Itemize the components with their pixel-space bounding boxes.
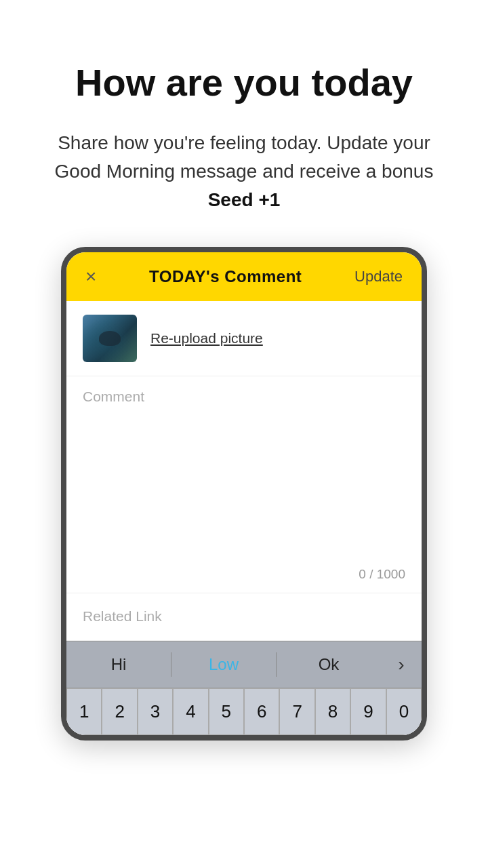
phone-mockup: × TODAY's Comment Update Re-upload pictu…: [61, 247, 427, 741]
keyboard-toolbar-low[interactable]: Low: [171, 643, 276, 686]
key-6[interactable]: 6: [244, 688, 279, 735]
key-9[interactable]: 9: [350, 688, 386, 735]
keyboard-toolbar-ok[interactable]: Ok: [277, 643, 381, 686]
comment-placeholder: Comment: [83, 389, 405, 405]
page-subtitle: Share how you're feeling today. Update y…: [0, 129, 488, 214]
key-3[interactable]: 3: [138, 688, 173, 735]
key-5[interactable]: 5: [209, 688, 244, 735]
comment-area[interactable]: Comment 0 / 1000: [66, 376, 422, 593]
key-7[interactable]: 7: [279, 688, 314, 735]
page-title: How are you today: [55, 61, 433, 104]
close-button[interactable]: ×: [85, 267, 96, 286]
key-8[interactable]: 8: [315, 688, 350, 735]
keyboard-toolbar-arrow[interactable]: ›: [381, 642, 422, 688]
keyboard-number-row: 1 2 3 4 5 6 7 8 9 0: [66, 688, 422, 735]
subtitle-bold: Seed +1: [208, 189, 281, 210]
related-link-row[interactable]: Related Link: [66, 593, 422, 641]
image-thumbnail[interactable]: [83, 315, 137, 362]
update-button[interactable]: Update: [354, 268, 403, 285]
image-upload-row: Re-upload picture: [66, 301, 422, 376]
modal-title: TODAY's Comment: [149, 267, 302, 286]
key-0[interactable]: 0: [386, 688, 422, 735]
keyboard-toolbar-hi[interactable]: Hi: [66, 643, 171, 686]
comment-counter: 0 / 1000: [359, 567, 405, 582]
reupload-link[interactable]: Re-upload picture: [150, 330, 263, 347]
modal-header: × TODAY's Comment Update: [66, 252, 422, 301]
key-1[interactable]: 1: [66, 688, 102, 735]
related-link-placeholder: Related Link: [83, 608, 162, 624]
keyboard-toolbar: Hi Low Ok ›: [66, 641, 422, 688]
comment-body: Re-upload picture Comment 0 / 1000 Relat…: [66, 301, 422, 735]
page-container: How are you today Share how you're feeli…: [0, 0, 488, 868]
key-2[interactable]: 2: [102, 688, 137, 735]
key-4[interactable]: 4: [173, 688, 208, 735]
subtitle-text-1: Share how you're feeling today. Update y…: [55, 132, 434, 182]
